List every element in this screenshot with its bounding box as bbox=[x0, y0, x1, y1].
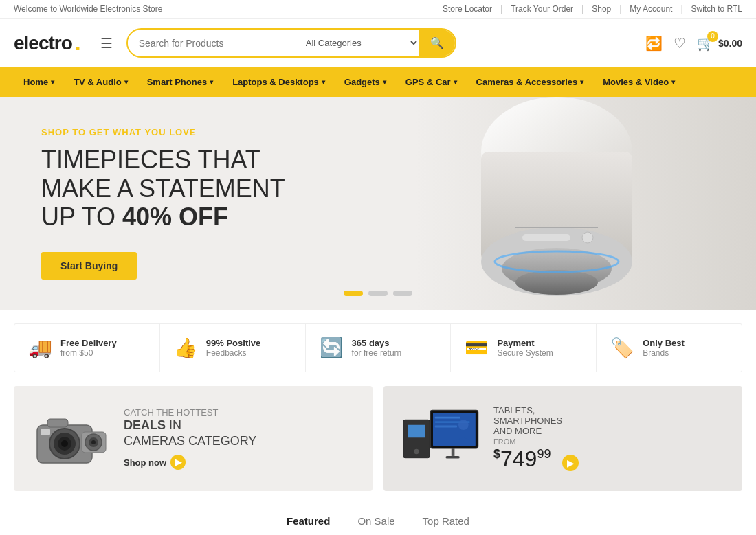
store-locator-link[interactable]: Store Locator bbox=[443, 4, 492, 14]
promo-tablets: TABLETS,SMARTPHONESAND MORE FROM $74999 … bbox=[383, 386, 742, 491]
hero-product-svg bbox=[454, 97, 660, 310]
svg-point-30 bbox=[458, 420, 469, 430]
my-account-link[interactable]: My Account bbox=[630, 4, 672, 14]
hero-dot-2[interactable] bbox=[368, 291, 388, 296]
promo-tablets-category: TABLETS,SMARTPHONESAND MORE FROM $74999 … bbox=[493, 405, 726, 472]
chevron-down-icon: ▾ bbox=[671, 78, 675, 86]
shop-link[interactable]: Shop bbox=[592, 4, 611, 14]
promo-camera-image bbox=[30, 408, 113, 470]
promo-cameras: CATCH THE HOTTEST DEALS INCAMERAS CATEGO… bbox=[14, 386, 373, 491]
svg-rect-25 bbox=[435, 416, 460, 418]
svg-rect-21 bbox=[408, 424, 425, 437]
shop-now-cameras[interactable]: Shop now ▶ bbox=[124, 455, 356, 470]
main-nav: Home▾ TV & Audio▾ Smart Phones▾ Laptops … bbox=[0, 67, 756, 97]
feature-sub-return: for free return bbox=[352, 348, 402, 358]
brands-icon: 🏷️ bbox=[610, 337, 634, 359]
search-button[interactable]: 🔍 bbox=[419, 30, 455, 56]
compare-icon[interactable]: 🔁 bbox=[645, 35, 663, 52]
svg-point-4 bbox=[515, 270, 598, 295]
logo-text: electro bbox=[14, 32, 72, 54]
nav-item-laptops[interactable]: Laptops & Desktops▾ bbox=[223, 67, 335, 97]
nav-item-gps[interactable]: GPS & Car▾ bbox=[396, 67, 467, 97]
feature-returns: 🔄 365 days for free return bbox=[306, 324, 452, 372]
hero-dot-1[interactable] bbox=[344, 291, 363, 296]
return-icon: 🔄 bbox=[320, 337, 344, 359]
chevron-down-icon: ▾ bbox=[322, 78, 325, 86]
logo-dot: . bbox=[75, 30, 81, 56]
chevron-down-icon: ▾ bbox=[124, 78, 128, 86]
delivery-icon: 🚚 bbox=[28, 337, 52, 359]
header-actions: 🔁 ♡ 🛒 0 $0.00 bbox=[645, 35, 742, 52]
feature-payment: 💳 Payment Secure System bbox=[451, 324, 597, 372]
svg-rect-15 bbox=[47, 419, 68, 427]
feature-brands: 🏷️ Only Best Brands bbox=[597, 324, 742, 372]
track-order-link[interactable]: Track Your Order bbox=[511, 4, 573, 14]
search-input[interactable] bbox=[128, 31, 296, 56]
cart-icon: 🛒 0 bbox=[697, 35, 714, 52]
feature-sub-delivery: from $50 bbox=[60, 348, 117, 358]
nav-item-movies[interactable]: Movies & Video▾ bbox=[593, 67, 685, 97]
hero-dot-3[interactable] bbox=[393, 291, 412, 296]
features-strip: 🚚 Free Delivery from $50 👍 99% Positive … bbox=[14, 323, 742, 372]
hero-cta-button[interactable]: Start Buying bbox=[41, 252, 137, 280]
logo[interactable]: electro. bbox=[14, 30, 81, 56]
promo-cameras-text: CATCH THE HOTTEST DEALS INCAMERAS CATEGO… bbox=[124, 407, 356, 470]
svg-rect-27 bbox=[435, 425, 457, 427]
price-arrow-icon[interactable]: ▶ bbox=[562, 455, 579, 471]
svg-point-6 bbox=[582, 232, 593, 243]
hamburger-icon[interactable]: ☰ bbox=[100, 35, 113, 52]
welcome-text: Welcome to Worldwide Electronics Store bbox=[14, 4, 162, 14]
promo-tablets-price: $74999 bbox=[493, 446, 557, 471]
tabs-section: Featured On Sale Top Rated bbox=[0, 505, 756, 535]
svg-rect-29 bbox=[445, 455, 459, 458]
chevron-down-icon: ▾ bbox=[210, 78, 213, 86]
nav-item-gadgets[interactable]: Gadgets▾ bbox=[335, 67, 396, 97]
feature-title-payment: Payment bbox=[497, 338, 553, 348]
nav-item-smart-phones[interactable]: Smart Phones▾ bbox=[137, 67, 223, 97]
feedback-icon: 👍 bbox=[174, 337, 198, 359]
product-tabs: Featured On Sale Top Rated bbox=[14, 512, 742, 535]
cart-badge: 0 bbox=[707, 31, 718, 42]
feature-feedbacks: 👍 99% Positive Feedbacks bbox=[160, 324, 306, 372]
chevron-down-icon: ▾ bbox=[383, 78, 386, 86]
promo-tablet-image bbox=[400, 408, 482, 470]
tab-top-rated[interactable]: Top Rated bbox=[423, 515, 469, 535]
search-bar: All Categories Smart Phones TV & Audio L… bbox=[126, 28, 456, 58]
payment-icon: 💳 bbox=[465, 337, 489, 359]
hero-banner: SHOP TO GET WHAT YOU LOVE TIMEPIECES THA… bbox=[0, 97, 756, 310]
top-bar-actions: Store Locator | Track Your Order | Shop … bbox=[443, 4, 742, 14]
header: electro. ☰ All Categories Smart Phones T… bbox=[0, 19, 756, 67]
shop-now-arrow-icon: ▶ bbox=[170, 455, 186, 470]
feature-sub-feedback: Feedbacks bbox=[206, 348, 261, 358]
feature-title-feedback: 99% Positive bbox=[206, 338, 261, 348]
nav-item-home[interactable]: Home▾ bbox=[14, 67, 64, 97]
cart-price: $0.00 bbox=[718, 38, 742, 49]
cart-button[interactable]: 🛒 0 $0.00 bbox=[697, 35, 742, 52]
promo-tablets-text: TABLETS,SMARTPHONESAND MORE FROM $74999 … bbox=[493, 405, 726, 472]
svg-rect-14 bbox=[41, 429, 50, 435]
hero-product-image bbox=[357, 97, 756, 310]
feature-free-delivery: 🚚 Free Delivery from $50 bbox=[14, 324, 160, 372]
switch-rtl-link[interactable]: Switch to RTL bbox=[691, 4, 742, 14]
tab-featured[interactable]: Featured bbox=[287, 515, 330, 535]
svg-point-22 bbox=[414, 448, 419, 453]
hero-title: TIMEPIECES THAT MAKE A STATEMENT UP TO 4… bbox=[41, 146, 285, 231]
nav-item-cameras[interactable]: Cameras & Accessories▾ bbox=[467, 67, 594, 97]
chevron-down-icon: ▾ bbox=[51, 78, 54, 86]
nav-item-tv-audio[interactable]: TV & Audio▾ bbox=[64, 67, 137, 97]
hero-content: SHOP TO GET WHAT YOU LOVE TIMEPIECES THA… bbox=[0, 127, 326, 279]
wishlist-icon[interactable]: ♡ bbox=[674, 35, 686, 52]
promo-cameras-label: CATCH THE HOTTEST bbox=[124, 407, 356, 418]
svg-point-19 bbox=[91, 440, 96, 444]
hero-pagination bbox=[344, 291, 412, 296]
chevron-down-icon: ▾ bbox=[580, 78, 583, 86]
hero-subtitle: SHOP TO GET WHAT YOU LOVE bbox=[41, 127, 285, 137]
feature-sub-brands: Brands bbox=[643, 348, 685, 358]
promo-section: CATCH THE HOTTEST DEALS INCAMERAS CATEGO… bbox=[0, 386, 756, 505]
svg-rect-28 bbox=[452, 448, 455, 455]
svg-rect-7 bbox=[522, 234, 570, 241]
category-select[interactable]: All Categories Smart Phones TV & Audio L… bbox=[296, 30, 419, 56]
tab-on-sale[interactable]: On Sale bbox=[357, 515, 394, 535]
feature-title-delivery: Free Delivery bbox=[60, 338, 117, 348]
feature-title-return: 365 days bbox=[352, 338, 402, 348]
